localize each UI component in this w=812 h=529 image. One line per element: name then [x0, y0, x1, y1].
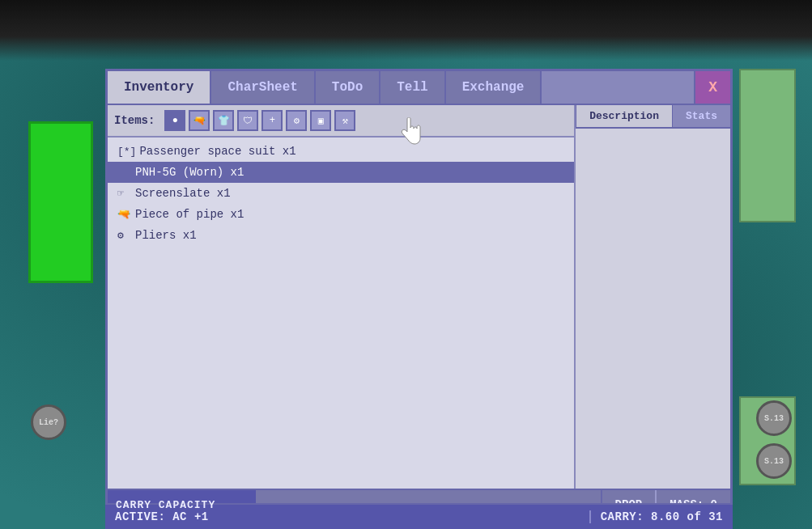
desc-tab-bar: Description Stats — [576, 105, 730, 129]
close-button[interactable]: X — [694, 71, 730, 104]
content-area: Items: ● 🔫 👕 🛡 + ⚙ ▣ ⚒ [*] Passenger spa… — [108, 105, 730, 489]
filter-bar: Items: ● 🔫 👕 🛡 + ⚙ ▣ ⚒ — [108, 105, 574, 138]
filter-misc-icon[interactable]: ⚒ — [334, 110, 355, 131]
tab-stats[interactable]: Stats — [672, 105, 730, 127]
filter-device-icon[interactable]: ▣ — [310, 110, 331, 131]
item-name: Piece of pipe x1 — [135, 208, 244, 221]
item-name-selected: PNH-5G (Worn) x1 — [135, 166, 244, 179]
filter-all-icon[interactable]: ● — [164, 110, 185, 131]
badge-s13-2: S.13 — [756, 443, 792, 479]
item-icon-suit: [*] — [117, 146, 136, 158]
description-content — [576, 129, 730, 489]
tab-description[interactable]: Description — [576, 105, 672, 127]
filter-gun-icon[interactable]: 🔫 — [189, 110, 210, 131]
lie-badge: Lie? — [31, 404, 66, 440]
filter-shield-icon[interactable]: 🛡 — [237, 110, 258, 131]
badge-s13-1: S.13 — [756, 400, 792, 436]
main-window: Inventory CharSheet ToDo Tell Exchange X… — [105, 69, 733, 522]
inventory-panel: Items: ● 🔫 👕 🛡 + ⚙ ▣ ⚒ [*] Passenger spa… — [108, 105, 576, 489]
item-icon-pliers: ⚙ — [117, 229, 132, 242]
item-icon-screenslate: ☞ — [117, 187, 132, 200]
filter-pill-icon[interactable]: + — [261, 110, 283, 131]
description-panel: Description Stats — [576, 105, 730, 489]
left-green-panel — [28, 121, 93, 283]
item-row[interactable]: ☞ Screenslate x1 — [108, 183, 574, 204]
tab-tell[interactable]: Tell — [380, 71, 445, 104]
item-row[interactable]: 🔫 Piece of pipe x1 — [108, 204, 574, 225]
top-dark-overlay — [0, 0, 812, 61]
item-name: Screenslate x1 — [135, 187, 231, 200]
item-list: [*] Passenger space suit x1 PNH-5G (Worn… — [108, 138, 574, 489]
filter-shirt-icon[interactable]: 👕 — [213, 110, 234, 131]
item-row[interactable]: [*] Passenger space suit x1 — [108, 141, 574, 162]
item-icon-pipe: 🔫 — [117, 208, 132, 221]
tab-charsheet[interactable]: CharSheet — [211, 71, 315, 104]
carry-capacity-label: CARRY CAPACITY — [108, 499, 215, 511]
items-label: Items: — [114, 114, 155, 127]
tab-bar: Inventory CharSheet ToDo Tell Exchange X — [108, 71, 730, 105]
status-active: ACTIVE: AC +1 — [115, 510, 209, 523]
item-row[interactable]: ⚙ Pliers x1 — [108, 225, 574, 246]
item-name: Passenger space suit x1 — [139, 145, 295, 158]
status-carry: CARRY: 8.60 of 31 — [589, 510, 723, 523]
filter-tool-icon[interactable]: ⚙ — [286, 110, 307, 131]
tab-inventory[interactable]: Inventory — [108, 71, 211, 104]
right-brick-top — [739, 69, 796, 222]
tab-exchange[interactable]: Exchange — [446, 71, 542, 104]
item-name: Pliers x1 — [135, 229, 197, 242]
item-row-selected[interactable]: PNH-5G (Worn) x1 — [108, 162, 574, 183]
tab-todo[interactable]: ToDo — [316, 71, 380, 104]
